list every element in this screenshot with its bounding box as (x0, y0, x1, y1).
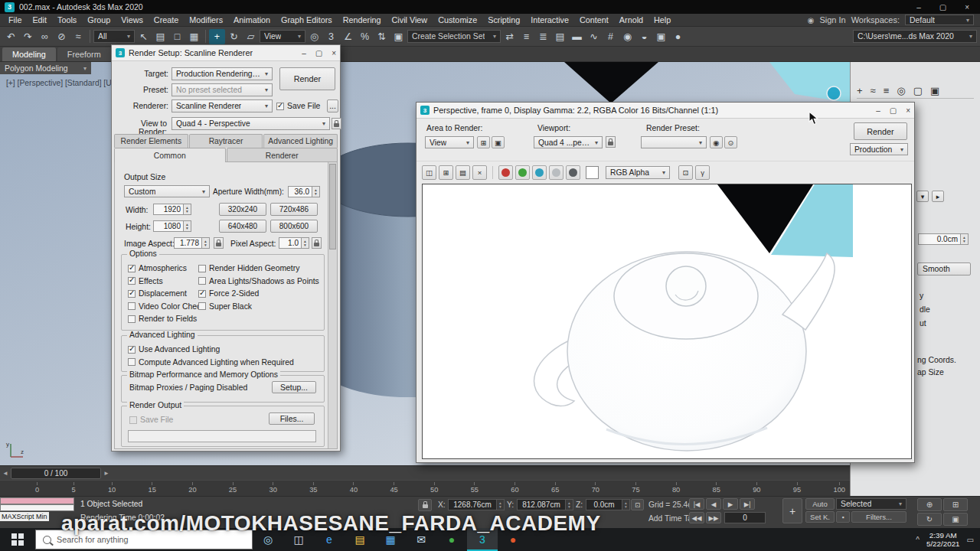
menu-item[interactable]: Rendering (338, 14, 387, 26)
menu-item[interactable]: Group (82, 14, 116, 26)
transform-mode-icon[interactable]: ⊡ (631, 499, 644, 510)
save-file-option[interactable]: Save File (276, 101, 320, 111)
checkbox-option[interactable]: Displacement (128, 289, 204, 298)
scene-explorer-icon[interactable]: ≣ (535, 29, 551, 44)
render-setup-tab[interactable]: Raytracer (189, 134, 263, 148)
maximize-button[interactable]: ▢ (939, 3, 946, 11)
current-frame-field[interactable]: 0 (724, 512, 766, 523)
pan-icon[interactable]: ⊞ (943, 498, 968, 511)
window-crossing-icon[interactable]: ▦ (186, 29, 202, 44)
menu-item[interactable]: Content (574, 14, 614, 26)
maximize-button[interactable]: ▢ (890, 106, 897, 115)
filters-button[interactable]: Filters... (851, 511, 906, 523)
output-save-file-checkbox[interactable] (129, 416, 137, 424)
redo-icon[interactable]: ↷ (20, 29, 36, 44)
checkbox-option[interactable]: Area Lights/Shadows as Points (198, 276, 319, 286)
save-file-browse-button[interactable]: ... (327, 99, 338, 112)
key-mode-toggle[interactable]: + (782, 498, 802, 523)
workspace-dropdown[interactable]: Default (905, 15, 974, 25)
green-channel-icon[interactable] (515, 165, 530, 180)
width-field[interactable]: 1920 (153, 204, 184, 215)
select-by-name-icon[interactable]: ▤ (152, 29, 168, 44)
monochrome-icon[interactable] (549, 165, 564, 180)
reference-coordinate-dropdown[interactable]: View (260, 30, 305, 43)
key-filters-icon[interactable]: ▪ (836, 511, 850, 523)
notification-center-icon[interactable]: ▭ (967, 536, 974, 544)
menu-item[interactable]: Arnold (614, 14, 648, 26)
curve-editor-icon[interactable]: ∿ (586, 29, 602, 44)
time-slider[interactable]: 0 / 100 (11, 468, 101, 479)
previous-frame-arrow[interactable]: ◄ (0, 466, 11, 481)
area-to-render-dropdown[interactable]: View (425, 136, 474, 148)
checkbox[interactable] (198, 277, 206, 285)
clear-color-swatch[interactable] (586, 166, 599, 179)
size-preset-button[interactable]: 640x480 (219, 220, 266, 233)
menu-item[interactable]: Animation (228, 14, 276, 26)
select-and-scale-icon[interactable]: ▱ (243, 29, 259, 44)
maximize-button[interactable]: ▢ (315, 49, 322, 57)
render-button[interactable]: Render (279, 67, 335, 90)
menu-item[interactable]: Modifiers (184, 14, 228, 26)
z-coordinate-field[interactable]: 0.0cm (586, 499, 622, 510)
preset-dropdown[interactable]: No preset selected (172, 83, 273, 96)
menu-item[interactable]: Civil View (387, 14, 433, 26)
menu-item[interactable]: Scripting (482, 14, 525, 26)
spinner-arrows[interactable] (566, 499, 573, 510)
menu-item[interactable]: Tools (52, 14, 82, 26)
output-path-field[interactable] (128, 430, 316, 442)
start-button[interactable] (0, 528, 35, 551)
undo-icon[interactable]: ↶ (3, 29, 19, 44)
spinner-arrows[interactable] (312, 186, 320, 197)
selection-lock-toggle[interactable] (418, 499, 432, 511)
select-object-icon[interactable]: ↖ (136, 29, 152, 44)
spinner-arrows[interactable] (184, 220, 191, 232)
tray-expand-icon[interactable]: ^ (916, 536, 920, 544)
schematic-view-icon[interactable]: # (603, 29, 619, 44)
alpha-channel-icon[interactable] (566, 165, 580, 180)
taskbar-clock[interactable]: 2:39 AM 5/22/2021 (926, 531, 960, 548)
render-production-icon[interactable]: ● (670, 29, 686, 44)
clear-icon[interactable]: × (472, 165, 487, 180)
render-setup-tab[interactable]: Advanced Lighting (263, 134, 338, 148)
motion-panel-icon[interactable]: ◎ (897, 85, 905, 96)
checkbox[interactable] (198, 265, 206, 272)
production-dropdown[interactable]: Production (850, 143, 908, 155)
previous-key-icon[interactable]: ◀◀ (689, 512, 704, 523)
panel-mini-button-1[interactable]: ▾ (916, 191, 929, 202)
go-to-start-icon[interactable]: |◀ (689, 498, 704, 510)
sign-in-button[interactable]: Sign In (819, 15, 845, 24)
menu-item[interactable]: Graph Editors (276, 14, 338, 26)
ribbon-toggle-icon[interactable]: ▬ (569, 29, 585, 44)
checkbox[interactable] (128, 358, 136, 366)
project-path-dropdown[interactable]: C:\Users\me...ds Max 2020 (853, 30, 977, 43)
clone-window-icon[interactable]: ⊞ (439, 165, 453, 180)
checkbox-option[interactable]: Super Black (198, 302, 319, 311)
edit-preset-icon[interactable]: ⊙ (724, 136, 737, 148)
menu-item[interactable]: File (3, 14, 27, 26)
next-key-icon[interactable]: ▶▶ (706, 512, 721, 523)
go-to-end-icon[interactable]: ▶| (740, 498, 755, 510)
height-field[interactable]: 1080 (153, 220, 184, 232)
select-and-rotate-icon[interactable]: ↻ (226, 29, 242, 44)
close-button[interactable]: × (965, 3, 969, 11)
parameter-value[interactable]: 0.0cm (918, 233, 961, 245)
use-pivot-point-icon[interactable]: ◎ (306, 29, 322, 44)
unlink-selection-icon[interactable]: ⊘ (54, 29, 70, 44)
checkbox-option[interactable]: Force 2-Sided (198, 289, 319, 298)
select-and-link-icon[interactable]: ∞ (37, 29, 53, 44)
zoom-icon[interactable]: ⊕ (917, 498, 942, 511)
set-key-button[interactable]: Set K. (805, 511, 835, 523)
bitmap-setup-button[interactable]: Setup... (272, 381, 316, 393)
checkbox[interactable] (128, 346, 136, 354)
rfw-render-button[interactable]: Render (854, 122, 907, 140)
y-coordinate-field[interactable]: 812.087cm (517, 499, 566, 510)
size-preset-button[interactable]: 720x486 (270, 203, 318, 216)
checkbox-option[interactable]: Render to Fields (128, 314, 204, 324)
pixel-aspect-lock[interactable] (312, 237, 322, 249)
utilities-panel-icon[interactable]: ▣ (930, 85, 939, 96)
checkbox[interactable] (128, 315, 136, 323)
spinner-arrows[interactable] (302, 237, 309, 249)
render-setup-tab[interactable]: Common (114, 148, 226, 162)
close-button[interactable]: × (332, 49, 336, 57)
files-button[interactable]: Files... (269, 412, 315, 425)
